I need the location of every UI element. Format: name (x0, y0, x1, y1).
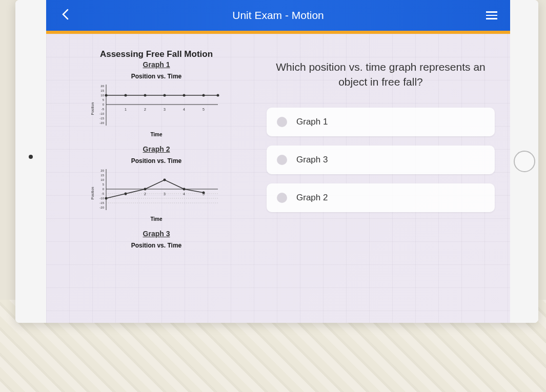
graph3-chart: Position vs. Time (67, 242, 246, 249)
svg-point-46 (144, 188, 147, 191)
svg-text:0: 0 (103, 103, 105, 106)
svg-text:5: 5 (103, 183, 105, 186)
svg-text:2: 2 (144, 192, 146, 196)
radio-icon (277, 117, 287, 127)
answer-label-1: Graph 3 (296, 155, 328, 165)
graph1-title: Position vs. Time (67, 73, 246, 80)
tablet-frame: Unit Exam - Motion Assessing Free Fall M… (15, 0, 538, 323)
graph3-title: Position vs. Time (67, 242, 246, 249)
svg-text:0: 0 (103, 188, 105, 191)
svg-text:-5: -5 (102, 108, 105, 111)
svg-text:-15: -15 (99, 201, 104, 204)
svg-text:4: 4 (183, 192, 185, 196)
tablet-bezel-right (510, 0, 538, 323)
svg-text:-5: -5 (102, 192, 105, 195)
app-header: Unit Exam - Motion (46, 0, 510, 31)
graph2-title: Position vs. Time (67, 157, 246, 164)
front-camera (29, 155, 33, 159)
page-title: Unit Exam - Motion (232, 9, 324, 22)
svg-text:-10: -10 (99, 197, 104, 200)
graph2-xlabel: Time (67, 216, 246, 222)
graphs-panel: Assessing Free Fall Motion Graph 1 Posit… (62, 49, 246, 323)
question-text: Which position vs. time graph represents… (267, 59, 495, 90)
svg-text:-20: -20 (99, 121, 104, 125)
svg-text:3: 3 (164, 108, 166, 111)
hamburger-icon (486, 11, 497, 13)
svg-text:4: 4 (183, 108, 185, 111)
graph2-chart: Position vs. Time Position 20 15 10 5 0 … (67, 157, 246, 222)
svg-text:10: 10 (100, 178, 104, 181)
svg-text:1: 1 (125, 108, 127, 111)
svg-point-20 (164, 94, 166, 97)
app-screen: Unit Exam - Motion Assessing Free Fall M… (46, 0, 510, 323)
svg-point-21 (183, 94, 186, 97)
svg-point-44 (105, 197, 108, 200)
content-area: Assessing Free Fall Motion Graph 1 Posit… (46, 34, 510, 323)
answer-label-0: Graph 1 (296, 117, 328, 127)
radio-icon (277, 155, 287, 165)
graph3-label: Graph 3 (67, 230, 246, 238)
svg-text:15: 15 (100, 89, 104, 92)
answer-option-1[interactable]: Graph 3 (267, 146, 495, 174)
svg-point-49 (203, 192, 205, 194)
svg-text:10: 10 (100, 94, 104, 97)
svg-text:-10: -10 (99, 112, 104, 115)
graph1-svg: Position 20 15 10 5 0 -5 -10 -15 -20 (90, 82, 223, 131)
svg-text:-15: -15 (99, 117, 104, 120)
svg-point-22 (203, 94, 205, 97)
graph2-label: Graph 2 (67, 145, 246, 153)
answer-label-2: Graph 2 (296, 193, 328, 203)
svg-text:-20: -20 (99, 206, 104, 209)
menu-button[interactable] (483, 9, 500, 22)
svg-text:Position: Position (91, 187, 94, 199)
svg-point-47 (164, 179, 166, 181)
svg-text:Position: Position (91, 102, 94, 115)
graph1-label: Graph 1 (67, 60, 246, 69)
chevron-left-icon (62, 9, 69, 20)
svg-point-23 (217, 94, 219, 97)
svg-point-17 (105, 94, 108, 97)
svg-text:15: 15 (100, 174, 104, 177)
svg-point-18 (125, 94, 127, 97)
svg-point-19 (144, 94, 147, 97)
graph1-chart: Position vs. Time Position 20 15 10 5 0 … (67, 73, 246, 137)
answer-option-2[interactable]: Graph 2 (267, 183, 495, 212)
tablet-bezel-left (15, 0, 46, 323)
radio-icon (277, 193, 287, 203)
graph2-svg: Position 20 15 10 5 0 -5 -10 -15 -20 (90, 167, 223, 215)
svg-text:20: 20 (100, 169, 104, 172)
back-button[interactable] (56, 5, 74, 26)
svg-text:3: 3 (164, 192, 166, 196)
svg-text:2: 2 (144, 108, 146, 111)
home-button[interactable] (514, 151, 535, 172)
svg-text:5: 5 (103, 98, 105, 101)
svg-text:20: 20 (100, 85, 104, 88)
svg-point-48 (183, 188, 186, 191)
svg-text:5: 5 (203, 108, 205, 111)
graph1-xlabel: Time (67, 132, 246, 137)
section-title: Assessing Free Fall Motion (67, 49, 246, 59)
svg-point-45 (125, 193, 127, 195)
question-panel: Which position vs. time graph represents… (267, 49, 495, 323)
answer-option-0[interactable]: Graph 1 (267, 108, 495, 136)
